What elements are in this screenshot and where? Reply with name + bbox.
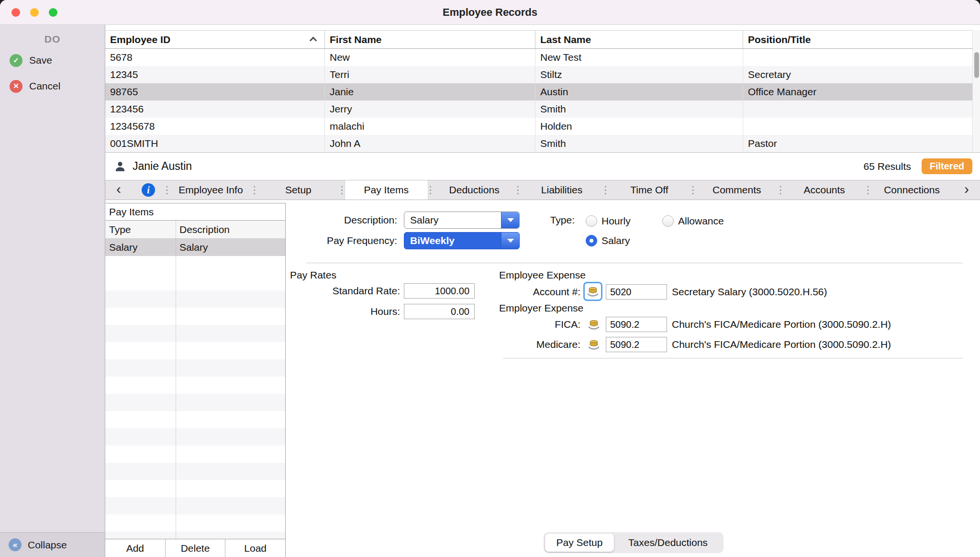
save-button[interactable]: ✓ Save <box>0 50 105 71</box>
medicare-label: Medicare: <box>498 336 580 353</box>
cancel-button[interactable]: ✕ Cancel <box>0 76 105 97</box>
person-icon <box>114 160 126 173</box>
hand-coins-icon <box>586 285 600 298</box>
cell-position <box>743 100 972 118</box>
action-sidebar: DO ✓ Save ✕ Cancel « Collapse <box>0 25 105 557</box>
empty-row <box>105 446 285 463</box>
pay-frequency-select[interactable]: BiWeekly <box>404 232 520 249</box>
medicare-account-field[interactable] <box>606 337 667 352</box>
tab-separator: ⋮ <box>778 180 783 200</box>
check-circle-icon: ✓ <box>10 54 22 67</box>
table-row[interactable]: 123456 Jerry Smith <box>105 100 972 118</box>
hours-field[interactable] <box>404 304 475 319</box>
column-header-first-name[interactable]: First Name <box>325 31 535 48</box>
fica-account-field[interactable] <box>606 317 667 332</box>
tab-scroll-left-button[interactable]: ‹ <box>105 180 132 200</box>
account-lookup-button[interactable] <box>585 283 601 300</box>
empty-row <box>105 480 285 497</box>
delete-button[interactable]: Delete <box>166 539 226 557</box>
table-row-selected[interactable]: 98765 Janie Austin Office Manager <box>105 83 972 100</box>
account-number-field[interactable] <box>606 284 667 300</box>
load-button[interactable]: Load <box>225 539 285 557</box>
cell-employee-id: 98765 <box>105 83 325 100</box>
employee-expense-heading: Employee Expense <box>499 269 586 281</box>
tab-separator: ⋮ <box>690 180 695 200</box>
fica-lookup-button[interactable] <box>586 316 602 333</box>
pay-item-type: Salary <box>105 239 176 256</box>
cell-employee-id: 5678 <box>105 49 325 66</box>
column-header-position-title[interactable]: Position/Title <box>743 31 972 48</box>
pay-rates-heading: Pay Rates <box>290 269 336 281</box>
chevron-down-icon <box>501 233 519 249</box>
radio-hourly[interactable]: Hourly <box>586 214 631 228</box>
tab-employee-info[interactable]: Employee Info <box>169 180 252 200</box>
pay-setup-tab[interactable]: Pay Setup <box>545 534 614 552</box>
pay-frequency-value: BiWeekly <box>404 233 501 249</box>
standard-rate-label: Standard Rate: <box>268 282 400 300</box>
account-number-label: Account #: <box>498 283 580 301</box>
cell-last-name: Holden <box>535 118 743 135</box>
hand-coins-icon <box>587 318 601 331</box>
column-label: Employee ID <box>110 34 170 45</box>
tab-separator: ⋮ <box>165 180 169 200</box>
fica-description: Church's FICA/Medicare Portion (3000.509… <box>672 316 891 333</box>
type-label: Type: <box>498 212 575 229</box>
filtered-badge[interactable]: Filtered <box>922 158 972 174</box>
pay-items-column-type: Type <box>105 221 176 238</box>
employee-table: Employee ID First Name Last Name Positio… <box>105 30 972 152</box>
x-circle-icon: ✕ <box>10 80 22 93</box>
add-button[interactable]: Add <box>105 539 166 557</box>
tab-separator: ⋮ <box>603 180 608 200</box>
pay-items-row-selected[interactable]: Salary Salary <box>105 239 285 256</box>
empty-row <box>105 290 285 308</box>
column-header-last-name[interactable]: Last Name <box>535 31 743 48</box>
cell-first-name: Janie <box>325 83 535 100</box>
scrollbar-thumb[interactable] <box>974 52 979 78</box>
employee-records-window: Employee Records DO ✓ Save ✕ Cancel « Co… <box>0 0 980 557</box>
table-row[interactable]: 001SMITH John A Smith Pastor <box>105 135 972 152</box>
radio-salary[interactable]: Salary <box>586 234 630 248</box>
chevrons-left-icon: « <box>9 538 22 551</box>
empty-row <box>105 532 285 539</box>
tab-scroll-right-button[interactable]: › <box>953 180 980 200</box>
medicare-description: Church's FICA/Medicare Portion (3000.509… <box>672 336 891 353</box>
record-info-button[interactable]: i <box>132 180 165 200</box>
tab-connections[interactable]: Connections <box>870 180 953 200</box>
pay-items-column-headers: Type Description <box>105 221 285 239</box>
bottom-segmented-control: Pay Setup Taxes/Deductions <box>544 532 724 553</box>
cell-position <box>743 49 972 66</box>
tab-pay-items[interactable]: Pay Items <box>345 180 428 200</box>
cell-position: Secretary <box>743 66 972 83</box>
collapse-button[interactable]: « Collapse <box>0 532 105 557</box>
results-count: 65 Results <box>864 161 911 172</box>
info-icon: i <box>142 183 155 197</box>
tab-liabilities[interactable]: Liabilities <box>521 180 603 200</box>
cell-employee-id: 001SMITH <box>105 135 325 152</box>
taxes-deductions-tab[interactable]: Taxes/Deductions <box>614 534 722 552</box>
cell-position: Pastor <box>743 135 972 152</box>
vertical-scrollbar[interactable] <box>972 30 980 152</box>
medicare-lookup-button[interactable] <box>586 336 602 353</box>
tab-time-off[interactable]: Time Off <box>608 180 690 200</box>
collapse-label: Collapse <box>28 539 67 551</box>
radio-allowance[interactable]: Allowance <box>662 214 724 228</box>
radio-label: Hourly <box>601 215 631 227</box>
empty-row <box>105 497 285 514</box>
standard-rate-field[interactable] <box>404 283 475 299</box>
empty-row <box>105 394 285 411</box>
column-header-employee-id[interactable]: Employee ID <box>105 31 325 48</box>
fica-label: FICA: <box>498 316 580 333</box>
tab-setup[interactable]: Setup <box>257 180 340 200</box>
employee-table-body: 5678 New New Test 12345 Terri Stiltz Sec… <box>105 49 972 152</box>
tab-accounts[interactable]: Accounts <box>783 180 866 200</box>
titlebar: Employee Records <box>0 0 980 25</box>
cell-first-name: Jerry <box>325 100 535 118</box>
tab-comments[interactable]: Comments <box>695 180 778 200</box>
table-row[interactable]: 5678 New New Test <box>105 49 972 66</box>
pay-items-empty-rows <box>105 273 285 539</box>
empty-row <box>105 463 285 480</box>
table-row[interactable]: 12345 Terri Stiltz Secretary <box>105 66 972 83</box>
tab-deductions[interactable]: Deductions <box>433 180 516 200</box>
table-row[interactable]: 12345678 malachi Holden <box>105 118 972 135</box>
hours-label: Hours: <box>268 303 400 320</box>
